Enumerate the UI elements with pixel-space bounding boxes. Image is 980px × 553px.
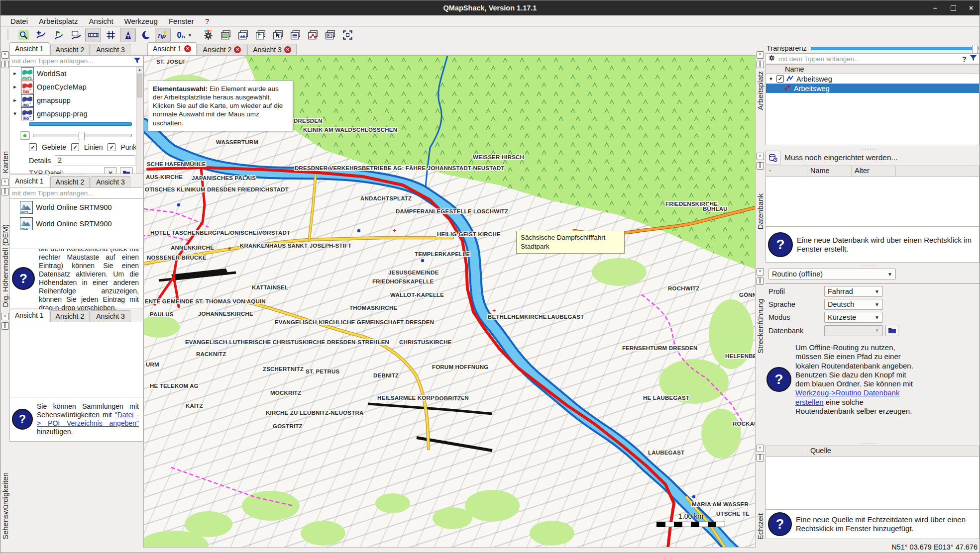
database-columns[interactable]: -NameAlter	[765, 166, 980, 177]
dock-float-icon[interactable]	[1, 61, 9, 68]
map-list-item[interactable]: ▸IMGgmapsupp	[10, 93, 143, 107]
database-setup-button[interactable]	[765, 151, 780, 165]
menu-arbeitsplatz[interactable]: Arbeitsplatz	[34, 16, 83, 26]
expander-icon[interactable]: ▸	[12, 97, 18, 103]
realtime-dock-label[interactable]: Echtzeit	[756, 513, 764, 540]
expander-icon[interactable]: ▸	[12, 70, 18, 77]
karten-filter[interactable]: mit dem Tippen anfangen...	[9, 56, 143, 67]
expander-icon[interactable]: ▸	[12, 84, 18, 90]
dock-float-icon[interactable]	[757, 277, 764, 285]
distance-ruler-icon[interactable]	[85, 28, 101, 42]
name-column-header[interactable]: Name	[785, 65, 804, 73]
karten-scrollbar[interactable]: ▲	[136, 67, 143, 174]
workspace-item-label[interactable]: Arbeitsweg	[794, 85, 830, 92]
routing-dock-label[interactable]: Streckenführung	[756, 299, 764, 354]
details-input[interactable]: 2	[55, 155, 135, 166]
tab-ansicht-3[interactable]: Ansicht 3×	[247, 44, 297, 55]
routing-engine-select[interactable]: Routino (offline)▼	[768, 269, 896, 279]
source-table-header[interactable]: Quelle	[765, 446, 980, 457]
maximize-icon[interactable]	[949, 3, 958, 12]
map-name[interactable]: gmapsupp-prag	[37, 110, 88, 118]
dock-close-icon[interactable]: ×	[1, 51, 9, 59]
close-view-icon[interactable]: ×	[284, 46, 291, 53]
dock-float-icon[interactable]	[1, 188, 9, 195]
filter-funnel-icon[interactable]	[970, 54, 977, 63]
workspace-item-track[interactable]: Arbeitsweg	[766, 84, 979, 93]
title-bar[interactable]: QMapShack, Version 1.17.1 – ×	[0, 0, 980, 15]
dem-name[interactable]: World Online SRTM900	[36, 220, 112, 228]
add-area-icon[interactable]	[68, 28, 84, 42]
zoom-range-slider[interactable]	[33, 134, 132, 137]
map-name[interactable]: gmapsupp	[37, 96, 71, 104]
fullscreen-icon[interactable]	[339, 28, 355, 42]
typ-clear-button[interactable]: ×	[104, 167, 117, 174]
tab-ansicht-1[interactable]: Ansicht 1×	[147, 42, 197, 55]
toolbar-grip[interactable]	[7, 29, 11, 40]
minimize-icon[interactable]: –	[931, 3, 940, 12]
view-maps-icon[interactable]	[218, 28, 233, 42]
expander-icon[interactable]: ▾	[12, 110, 18, 117]
database-folder-icon[interactable]	[885, 325, 898, 336]
profil-select[interactable]: Fahrrad▼	[824, 286, 883, 297]
tab-ansicht-3[interactable]: Ansicht 3	[91, 176, 130, 187]
workspace-item-label[interactable]: Arbeitsweg	[796, 75, 832, 83]
map-list-item[interactable]: ▸TMSOpenCycleMap	[10, 80, 143, 93]
tab-ansicht-2[interactable]: Ansicht 2	[50, 176, 90, 187]
map-opacity-slider[interactable]	[29, 122, 132, 126]
dock-float-icon[interactable]	[757, 61, 764, 68]
source-column-header[interactable]: Quelle	[807, 446, 834, 456]
map-list-item[interactable]: ▸WMTSWorldSat	[10, 67, 143, 80]
view-routing-icon[interactable]	[305, 28, 321, 42]
tab-ansicht-1[interactable]: Ansicht 1	[9, 42, 49, 55]
show-info-icon[interactable]: 0	[172, 28, 188, 42]
view-database-icon[interactable]	[287, 28, 303, 42]
workspace-item-gpx[interactable]: ▾ ✓ Arbeitsweg	[766, 74, 979, 84]
workspace-filter-input[interactable]: mit dem Tippen anfangen...	[778, 55, 959, 63]
dem-filter-input[interactable]: mit dem Tippen anfangen...	[12, 189, 141, 197]
item-checkbox[interactable]: ✓	[776, 75, 784, 83]
database-dock-label[interactable]: Datenbank	[756, 193, 764, 230]
show-grid-icon[interactable]	[103, 28, 118, 42]
dock-close-icon[interactable]: ×	[757, 445, 764, 452]
dem-list-item[interactable]: WCSWorld Online SRTM900	[10, 215, 143, 232]
dock-float-icon[interactable]	[757, 454, 764, 461]
dem-name[interactable]: World Online SRTM900	[36, 203, 112, 211]
show-info-dropdown-icon[interactable]: ▾	[189, 32, 191, 38]
checkbox-gebiete[interactable]: ✓	[29, 143, 37, 151]
checkbox-linien[interactable]: ✓	[71, 143, 79, 151]
close-view-icon[interactable]: ×	[234, 46, 241, 53]
map-canvas[interactable]: ++++ ST. JOSEFDRESDENKLINIK AM WALDSCHLÖ…	[143, 55, 756, 548]
menu-ansicht[interactable]: Ansicht	[84, 16, 118, 26]
map-name[interactable]: OpenCycleMap	[37, 83, 87, 91]
map-list-item[interactable]: ▾IMGgmapsupp-prag	[10, 107, 143, 120]
typ-folder-icon[interactable]	[120, 167, 133, 174]
dock-close-icon[interactable]: ×	[757, 153, 764, 160]
zoom-select-icon[interactable]	[15, 28, 31, 42]
dock-float-icon[interactable]	[757, 162, 764, 170]
dem-filter[interactable]: mit dem Tippen anfangen...	[9, 188, 143, 199]
close-view-icon[interactable]: ×	[184, 45, 191, 52]
add-track-icon[interactable]	[33, 28, 49, 42]
filter-funnel-icon[interactable]	[133, 57, 141, 66]
dock-close-icon[interactable]: ×	[757, 268, 764, 276]
sprache-select[interactable]: Deutsch▼	[824, 299, 883, 310]
view-workspace-icon[interactable]	[270, 28, 286, 42]
tab-ansicht-2[interactable]: Ansicht 2	[50, 44, 90, 55]
dock-close-icon[interactable]: ×	[757, 51, 764, 59]
transparency-slider[interactable]	[811, 47, 979, 50]
view-poi-icon[interactable]	[252, 28, 268, 42]
menu-datei[interactable]: Datei	[5, 16, 33, 26]
menu-werkzeug[interactable]: Werkzeug	[119, 16, 163, 26]
expander-icon[interactable]: ▾	[768, 76, 774, 82]
tab-ansicht-1[interactable]: Ansicht 1	[9, 309, 49, 322]
datenbank-select[interactable]: ▼	[824, 325, 883, 336]
tab-ansicht-1[interactable]: Ansicht 1	[9, 175, 49, 187]
tab-ansicht-2[interactable]: Ansicht 2	[50, 310, 90, 322]
tab-ansicht-3[interactable]: Ansicht 3	[91, 310, 130, 322]
view-dem-icon[interactable]	[235, 28, 251, 42]
filter-help-button[interactable]: ?	[962, 55, 967, 63]
setup-icon[interactable]	[200, 28, 216, 42]
karten-dock-label[interactable]: Karten	[1, 151, 9, 173]
workspace-filter[interactable]: mit dem Tippen anfangen... ?	[765, 53, 980, 64]
column-header-name[interactable]: Name	[807, 166, 852, 176]
